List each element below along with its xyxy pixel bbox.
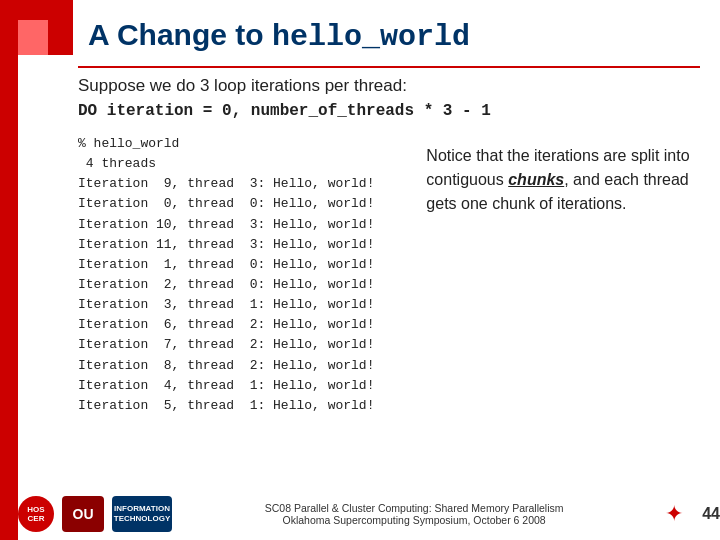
- conference-line1: SC08 Parallel & Cluster Computing: Share…: [182, 502, 646, 514]
- two-column-section: % hello_world 4 threads Iteration 9, thr…: [78, 134, 700, 416]
- title-prefix: A Change to: [88, 18, 272, 51]
- footer-logos: HOSCER OU INFORMATIONTECHNOLOGY: [18, 496, 172, 532]
- slide-title: A Change to hello_world: [78, 18, 700, 54]
- page-number: 44: [702, 505, 720, 523]
- main-code-line: DO iteration = 0, number_of_threads * 3 …: [78, 102, 700, 120]
- title-mono: hello_world: [272, 20, 470, 54]
- conference-line2: Oklahoma Supercomputing Symposium, Octob…: [182, 514, 646, 526]
- footer-text: SC08 Parallel & Cluster Computing: Share…: [182, 502, 646, 526]
- chunks-label: chunks: [508, 171, 564, 188]
- it-logo: INFORMATIONTECHNOLOGY: [112, 496, 172, 532]
- subtitle-text: Suppose we do 3 loop iterations per thre…: [78, 76, 700, 96]
- star-logo: ✦: [656, 496, 692, 532]
- code-output-block: % hello_world 4 threads Iteration 9, thr…: [78, 134, 406, 416]
- ou-logo: OU: [62, 496, 104, 532]
- hoster-logo: HOSCER: [18, 496, 54, 532]
- title-divider: [78, 66, 700, 68]
- left-accent-bar: [0, 0, 18, 540]
- footer: HOSCER OU INFORMATIONTECHNOLOGY SC08 Par…: [18, 496, 720, 532]
- main-content: A Change to hello_world Suppose we do 3 …: [18, 0, 720, 540]
- notice-text-block: Notice that the iterations are split int…: [416, 134, 700, 416]
